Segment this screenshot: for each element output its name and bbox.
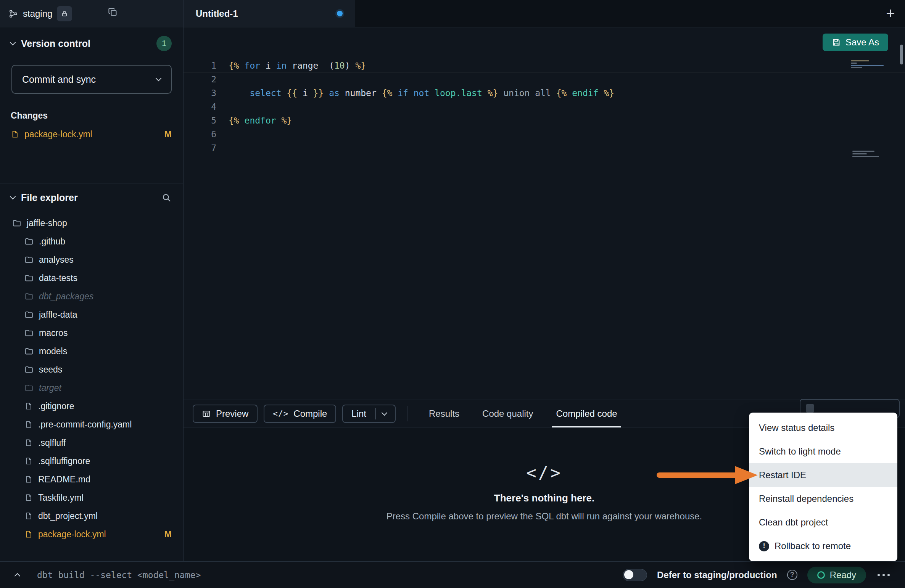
- changes-label: Changes: [11, 111, 172, 121]
- file-tree-item[interactable]: seeds: [0, 360, 183, 379]
- file-tree-item[interactable]: jaffle-shop: [0, 214, 183, 232]
- context-menu-item[interactable]: Restart IDE: [749, 463, 897, 487]
- status-badge-label: Ready: [830, 570, 856, 580]
- file-icon: [24, 402, 33, 410]
- preview-label: Preview: [216, 408, 248, 419]
- file-tree-item[interactable]: dbt_packages: [0, 287, 183, 305]
- file-tree-item[interactable]: .sqlfluffignore: [0, 452, 183, 470]
- code-text: {% for i in range (10) %}: [216, 59, 366, 72]
- file-tree-item[interactable]: README.md: [0, 470, 183, 488]
- chevron-down-icon[interactable]: [381, 410, 387, 416]
- file-icon: [24, 475, 33, 484]
- code-line: 7: [184, 141, 905, 155]
- context-menu-item[interactable]: View status details: [749, 416, 897, 440]
- editor-tab-bar: Untitled-1 +: [184, 0, 905, 27]
- more-options-button[interactable]: [876, 570, 891, 580]
- commit-and-sync-button[interactable]: Commit and sync: [11, 65, 172, 94]
- help-icon[interactable]: ?: [787, 570, 797, 580]
- folder-icon: [24, 292, 34, 301]
- copy-branch-button[interactable]: [108, 7, 118, 17]
- file-tree-item[interactable]: Taskfile.yml: [0, 488, 183, 507]
- toggle-knob: [624, 570, 633, 579]
- code-editor[interactable]: 1 {% for i in range (10) %} 2 3 select {…: [184, 57, 905, 400]
- file-tree-item[interactable]: jaffle-data: [0, 305, 183, 324]
- code-line: 3 select {{ i }} as number {% if not loo…: [184, 86, 905, 100]
- search-files-button[interactable]: [161, 193, 172, 203]
- file-name: .pre-commit-config.yaml: [38, 419, 132, 430]
- chevron-down-icon: [156, 75, 162, 81]
- context-menu-item-label: Rollback to remote: [775, 541, 851, 551]
- file-tree-item[interactable]: data-tests: [0, 269, 183, 287]
- context-menu-item[interactable]: Reinstall dependencies: [749, 487, 897, 511]
- new-tab-button[interactable]: +: [876, 0, 905, 27]
- code-text: select {{ i }} as number {% if not loop.…: [216, 86, 614, 100]
- panel-tab[interactable]: Results: [417, 400, 471, 427]
- chevron-down-icon[interactable]: [10, 39, 16, 45]
- status-ring-icon: [817, 571, 825, 579]
- line-number: 3: [184, 86, 216, 100]
- context-menu-item[interactable]: Clean dbt project: [749, 511, 897, 534]
- line-number: 4: [184, 100, 216, 114]
- editor-scrollbar[interactable]: [900, 45, 903, 64]
- file-tree-item[interactable]: .gitignore: [0, 397, 183, 415]
- preview-button[interactable]: Preview: [193, 405, 258, 423]
- file-tree-item[interactable]: analyses: [0, 251, 183, 269]
- file-icon: [24, 457, 33, 465]
- command-input[interactable]: dbt build --select <model_name>: [37, 570, 201, 580]
- context-menu-item[interactable]: ! Rollback to remote: [749, 534, 897, 558]
- file-icon: [24, 530, 33, 538]
- code-icon: </>: [526, 463, 562, 482]
- compile-button[interactable]: </> Compile: [264, 405, 336, 423]
- editor-tab[interactable]: Untitled-1: [184, 0, 355, 27]
- lint-button[interactable]: Lint: [342, 405, 395, 423]
- button-divider: [375, 408, 376, 419]
- sidebar: staging Version control 1 Commit and syn…: [0, 0, 184, 561]
- save-as-label: Save As: [845, 37, 879, 48]
- code-line: 6: [184, 127, 905, 141]
- editor-toolbar: Save As: [184, 27, 905, 57]
- status-badge: Ready: [807, 567, 866, 583]
- context-menu: View status details Switch to light mode…: [749, 413, 897, 561]
- context-menu-item-label: View status details: [759, 423, 834, 433]
- file-tree-item[interactable]: macros: [0, 324, 183, 342]
- file-name: target: [39, 383, 61, 393]
- toolbar-divider: [407, 406, 408, 421]
- file-name: analyses: [39, 255, 74, 265]
- line-number: 7: [184, 141, 216, 155]
- changed-file-name: package-lock.yml: [24, 129, 92, 140]
- code-line: 1 {% for i in range (10) %}: [184, 59, 905, 72]
- tab-title: Untitled-1: [196, 8, 238, 19]
- branch-protected-chip: [57, 6, 72, 21]
- commit-options-dropdown[interactable]: [146, 66, 171, 93]
- panel-tab[interactable]: Compiled code: [544, 400, 628, 427]
- button-icon: [806, 404, 814, 413]
- file-tree-item[interactable]: package-lock.yml M: [0, 525, 183, 543]
- file-explorer-header[interactable]: File explorer: [0, 183, 183, 212]
- file-tree-item[interactable]: .pre-commit-config.yaml: [0, 415, 183, 434]
- file-tree-item[interactable]: models: [0, 342, 183, 360]
- file-tree-item[interactable]: dbt_project.yml: [0, 507, 183, 525]
- code-text: {% endfor %}: [216, 114, 292, 127]
- expand-command-bar-button[interactable]: [15, 572, 19, 578]
- context-menu-item[interactable]: Switch to light mode: [749, 440, 897, 463]
- context-menu-item-label: Clean dbt project: [759, 517, 828, 528]
- file-tree-item[interactable]: .github: [0, 232, 183, 251]
- file-name: dbt_packages: [39, 291, 93, 302]
- folder-icon: [24, 273, 34, 283]
- minimap[interactable]: [851, 60, 897, 220]
- save-icon: [832, 38, 841, 47]
- changed-file-row[interactable]: package-lock.yml M: [0, 124, 183, 145]
- line-number: 6: [184, 127, 216, 141]
- file-tree-item[interactable]: .sqlfluff: [0, 434, 183, 452]
- file-icon: [24, 439, 33, 447]
- defer-toggle[interactable]: [623, 569, 647, 581]
- file-tree-item[interactable]: target: [0, 379, 183, 397]
- save-as-button[interactable]: Save As: [823, 34, 888, 51]
- chevron-down-icon[interactable]: [10, 193, 16, 199]
- lock-icon: [61, 10, 68, 17]
- branch-header: staging: [0, 0, 183, 27]
- copy-icon: [108, 7, 118, 17]
- panel-tab[interactable]: Code quality: [471, 400, 544, 427]
- file-name: data-tests: [39, 273, 77, 283]
- version-control-header[interactable]: Version control 1: [0, 27, 183, 59]
